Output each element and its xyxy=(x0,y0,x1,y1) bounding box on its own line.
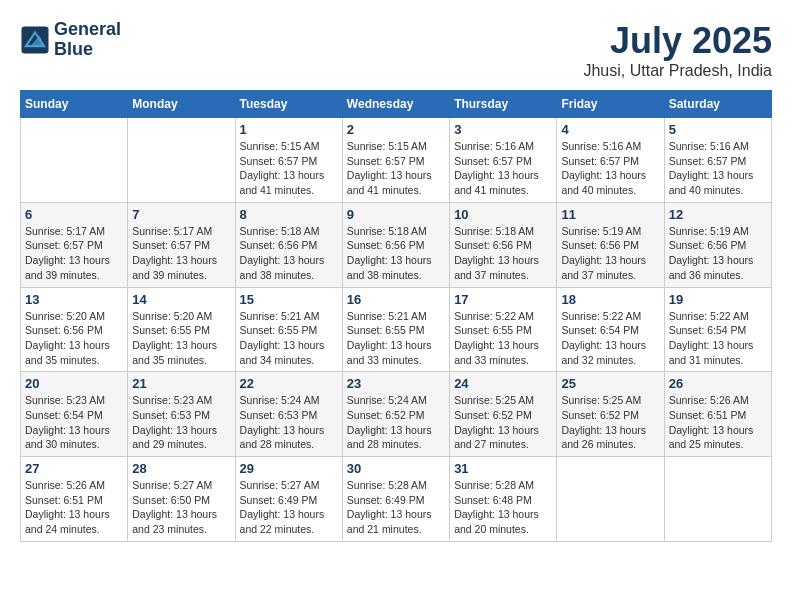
day-of-week-header: Sunday xyxy=(21,91,128,118)
calendar-cell: 10Sunrise: 5:18 AM Sunset: 6:56 PM Dayli… xyxy=(450,202,557,287)
calendar-cell: 2Sunrise: 5:15 AM Sunset: 6:57 PM Daylig… xyxy=(342,118,449,203)
calendar-cell: 15Sunrise: 5:21 AM Sunset: 6:55 PM Dayli… xyxy=(235,287,342,372)
calendar-body: 1Sunrise: 5:15 AM Sunset: 6:57 PM Daylig… xyxy=(21,118,772,542)
calendar-cell: 20Sunrise: 5:23 AM Sunset: 6:54 PM Dayli… xyxy=(21,372,128,457)
calendar-cell: 28Sunrise: 5:27 AM Sunset: 6:50 PM Dayli… xyxy=(128,457,235,542)
day-number: 3 xyxy=(454,122,552,137)
calendar-cell: 9Sunrise: 5:18 AM Sunset: 6:56 PM Daylig… xyxy=(342,202,449,287)
day-info: Sunrise: 5:23 AM Sunset: 6:53 PM Dayligh… xyxy=(132,393,230,452)
location-title: Jhusi, Uttar Pradesh, India xyxy=(583,62,772,80)
calendar-cell: 18Sunrise: 5:22 AM Sunset: 6:54 PM Dayli… xyxy=(557,287,664,372)
day-number: 19 xyxy=(669,292,767,307)
day-info: Sunrise: 5:16 AM Sunset: 6:57 PM Dayligh… xyxy=(669,139,767,198)
day-number: 4 xyxy=(561,122,659,137)
day-info: Sunrise: 5:17 AM Sunset: 6:57 PM Dayligh… xyxy=(25,224,123,283)
day-number: 7 xyxy=(132,207,230,222)
calendar-cell: 25Sunrise: 5:25 AM Sunset: 6:52 PM Dayli… xyxy=(557,372,664,457)
day-info: Sunrise: 5:24 AM Sunset: 6:52 PM Dayligh… xyxy=(347,393,445,452)
day-info: Sunrise: 5:23 AM Sunset: 6:54 PM Dayligh… xyxy=(25,393,123,452)
day-info: Sunrise: 5:16 AM Sunset: 6:57 PM Dayligh… xyxy=(561,139,659,198)
calendar-cell: 8Sunrise: 5:18 AM Sunset: 6:56 PM Daylig… xyxy=(235,202,342,287)
day-info: Sunrise: 5:21 AM Sunset: 6:55 PM Dayligh… xyxy=(240,309,338,368)
day-number: 11 xyxy=(561,207,659,222)
day-number: 26 xyxy=(669,376,767,391)
calendar-cell: 27Sunrise: 5:26 AM Sunset: 6:51 PM Dayli… xyxy=(21,457,128,542)
day-number: 13 xyxy=(25,292,123,307)
day-info: Sunrise: 5:27 AM Sunset: 6:49 PM Dayligh… xyxy=(240,478,338,537)
day-number: 18 xyxy=(561,292,659,307)
logo: General Blue xyxy=(20,20,121,60)
day-info: Sunrise: 5:15 AM Sunset: 6:57 PM Dayligh… xyxy=(240,139,338,198)
calendar-cell: 16Sunrise: 5:21 AM Sunset: 6:55 PM Dayli… xyxy=(342,287,449,372)
day-info: Sunrise: 5:18 AM Sunset: 6:56 PM Dayligh… xyxy=(454,224,552,283)
calendar-cell: 5Sunrise: 5:16 AM Sunset: 6:57 PM Daylig… xyxy=(664,118,771,203)
day-number: 14 xyxy=(132,292,230,307)
calendar-cell: 6Sunrise: 5:17 AM Sunset: 6:57 PM Daylig… xyxy=(21,202,128,287)
logo-line2: Blue xyxy=(54,40,121,60)
day-info: Sunrise: 5:17 AM Sunset: 6:57 PM Dayligh… xyxy=(132,224,230,283)
calendar-cell: 4Sunrise: 5:16 AM Sunset: 6:57 PM Daylig… xyxy=(557,118,664,203)
calendar-cell xyxy=(21,118,128,203)
day-of-week-header: Monday xyxy=(128,91,235,118)
calendar-cell: 29Sunrise: 5:27 AM Sunset: 6:49 PM Dayli… xyxy=(235,457,342,542)
day-info: Sunrise: 5:28 AM Sunset: 6:48 PM Dayligh… xyxy=(454,478,552,537)
day-number: 23 xyxy=(347,376,445,391)
day-of-week-header: Thursday xyxy=(450,91,557,118)
day-info: Sunrise: 5:28 AM Sunset: 6:49 PM Dayligh… xyxy=(347,478,445,537)
calendar-header: SundayMondayTuesdayWednesdayThursdayFrid… xyxy=(21,91,772,118)
day-info: Sunrise: 5:25 AM Sunset: 6:52 PM Dayligh… xyxy=(561,393,659,452)
calendar-cell xyxy=(128,118,235,203)
day-info: Sunrise: 5:26 AM Sunset: 6:51 PM Dayligh… xyxy=(25,478,123,537)
day-number: 21 xyxy=(132,376,230,391)
day-info: Sunrise: 5:25 AM Sunset: 6:52 PM Dayligh… xyxy=(454,393,552,452)
day-number: 30 xyxy=(347,461,445,476)
calendar-table: SundayMondayTuesdayWednesdayThursdayFrid… xyxy=(20,90,772,542)
page-header: General Blue July 2025 Jhusi, Uttar Prad… xyxy=(20,20,772,80)
calendar-week-row: 6Sunrise: 5:17 AM Sunset: 6:57 PM Daylig… xyxy=(21,202,772,287)
calendar-cell: 7Sunrise: 5:17 AM Sunset: 6:57 PM Daylig… xyxy=(128,202,235,287)
logo-text: General Blue xyxy=(54,20,121,60)
day-number: 9 xyxy=(347,207,445,222)
day-info: Sunrise: 5:15 AM Sunset: 6:57 PM Dayligh… xyxy=(347,139,445,198)
calendar-cell: 19Sunrise: 5:22 AM Sunset: 6:54 PM Dayli… xyxy=(664,287,771,372)
calendar-cell: 12Sunrise: 5:19 AM Sunset: 6:56 PM Dayli… xyxy=(664,202,771,287)
calendar-cell: 11Sunrise: 5:19 AM Sunset: 6:56 PM Dayli… xyxy=(557,202,664,287)
day-number: 29 xyxy=(240,461,338,476)
day-of-week-header: Saturday xyxy=(664,91,771,118)
calendar-cell: 23Sunrise: 5:24 AM Sunset: 6:52 PM Dayli… xyxy=(342,372,449,457)
day-number: 16 xyxy=(347,292,445,307)
day-of-week-header: Tuesday xyxy=(235,91,342,118)
day-of-week-header: Friday xyxy=(557,91,664,118)
calendar-cell xyxy=(664,457,771,542)
day-info: Sunrise: 5:16 AM Sunset: 6:57 PM Dayligh… xyxy=(454,139,552,198)
day-info: Sunrise: 5:19 AM Sunset: 6:56 PM Dayligh… xyxy=(669,224,767,283)
day-info: Sunrise: 5:21 AM Sunset: 6:55 PM Dayligh… xyxy=(347,309,445,368)
calendar-cell: 30Sunrise: 5:28 AM Sunset: 6:49 PM Dayli… xyxy=(342,457,449,542)
day-number: 27 xyxy=(25,461,123,476)
day-info: Sunrise: 5:22 AM Sunset: 6:55 PM Dayligh… xyxy=(454,309,552,368)
calendar-cell: 14Sunrise: 5:20 AM Sunset: 6:55 PM Dayli… xyxy=(128,287,235,372)
day-number: 10 xyxy=(454,207,552,222)
day-number: 28 xyxy=(132,461,230,476)
month-title: July 2025 xyxy=(583,20,772,62)
day-info: Sunrise: 5:24 AM Sunset: 6:53 PM Dayligh… xyxy=(240,393,338,452)
day-number: 8 xyxy=(240,207,338,222)
calendar-week-row: 20Sunrise: 5:23 AM Sunset: 6:54 PM Dayli… xyxy=(21,372,772,457)
calendar-week-row: 13Sunrise: 5:20 AM Sunset: 6:56 PM Dayli… xyxy=(21,287,772,372)
day-number: 12 xyxy=(669,207,767,222)
day-number: 5 xyxy=(669,122,767,137)
day-of-week-header: Wednesday xyxy=(342,91,449,118)
day-number: 20 xyxy=(25,376,123,391)
calendar-week-row: 27Sunrise: 5:26 AM Sunset: 6:51 PM Dayli… xyxy=(21,457,772,542)
day-info: Sunrise: 5:18 AM Sunset: 6:56 PM Dayligh… xyxy=(347,224,445,283)
day-info: Sunrise: 5:20 AM Sunset: 6:56 PM Dayligh… xyxy=(25,309,123,368)
day-number: 6 xyxy=(25,207,123,222)
calendar-cell: 31Sunrise: 5:28 AM Sunset: 6:48 PM Dayli… xyxy=(450,457,557,542)
day-number: 2 xyxy=(347,122,445,137)
day-info: Sunrise: 5:20 AM Sunset: 6:55 PM Dayligh… xyxy=(132,309,230,368)
day-number: 31 xyxy=(454,461,552,476)
calendar-week-row: 1Sunrise: 5:15 AM Sunset: 6:57 PM Daylig… xyxy=(21,118,772,203)
day-info: Sunrise: 5:22 AM Sunset: 6:54 PM Dayligh… xyxy=(669,309,767,368)
title-area: July 2025 Jhusi, Uttar Pradesh, India xyxy=(583,20,772,80)
calendar-cell: 22Sunrise: 5:24 AM Sunset: 6:53 PM Dayli… xyxy=(235,372,342,457)
